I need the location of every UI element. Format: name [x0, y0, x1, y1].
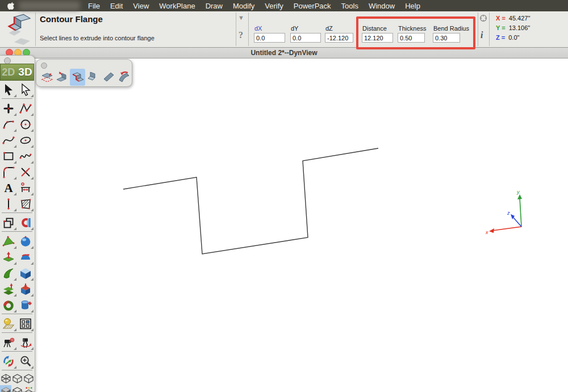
- info-icon[interactable]: i: [481, 30, 483, 40]
- contour-flange-icon: [71, 70, 85, 84]
- dx-label: dX: [254, 25, 262, 32]
- panel-title: Contour Flange: [40, 14, 103, 24]
- drawing-canvas[interactable]: [0, 59, 568, 392]
- wireframe-cube-icon: [23, 373, 34, 384]
- menu-view[interactable]: View: [128, 2, 154, 10]
- sweep-tool[interactable]: [0, 265, 17, 281]
- wireframe-cube-icon: [12, 373, 23, 384]
- z-value: 0.0": [508, 34, 519, 41]
- z-label: Z =: [496, 34, 505, 41]
- menu-modify[interactable]: Modify: [228, 2, 260, 10]
- roll-bend-icon: [117, 70, 131, 84]
- display-mode-wireframe[interactable]: [11, 372, 23, 385]
- display-mode-shaded[interactable]: [0, 385, 11, 392]
- help-icon[interactable]: ?: [239, 30, 243, 40]
- magnet-snap-tool[interactable]: [17, 215, 34, 231]
- divider: [478, 12, 478, 46]
- x-value: 45.427": [509, 15, 531, 22]
- arc-tool[interactable]: [0, 116, 17, 132]
- sheet-metal-palette: [36, 59, 132, 87]
- contour-flange-tool[interactable]: [70, 69, 85, 86]
- display-mode-wireframe-full[interactable]: [0, 372, 11, 385]
- text-tool[interactable]: A: [0, 180, 17, 196]
- flange-tool[interactable]: [55, 69, 70, 86]
- wave-curve-tool[interactable]: [17, 148, 34, 164]
- menubar: File Edit View WorkPlane Draw Modify Ver…: [0, 0, 568, 11]
- render-tool[interactable]: [0, 316, 17, 332]
- zoom-in-tool[interactable]: [17, 353, 34, 369]
- dz-input[interactable]: [325, 33, 353, 43]
- app-name-blurred[interactable]: [19, 1, 80, 10]
- divider: [248, 12, 249, 46]
- walkthrough-tool[interactable]: [17, 335, 34, 351]
- tool-grid: A: [0, 82, 34, 392]
- divider: [236, 12, 236, 46]
- cube-tool[interactable]: [17, 265, 34, 281]
- tool-option-panel: Contour Flange Select lines to extrude i…: [0, 11, 568, 48]
- cylinder-add-tool[interactable]: [17, 297, 34, 313]
- collapse-arrow-icon[interactable]: ▼: [238, 14, 244, 21]
- select-arrow-tool[interactable]: [0, 82, 17, 98]
- 2d-label[interactable]: 2D: [2, 66, 15, 78]
- menu-file[interactable]: File: [83, 2, 105, 10]
- torus-tool[interactable]: [0, 297, 17, 313]
- menu-edit[interactable]: Edit: [105, 2, 128, 10]
- mesh-face-tool[interactable]: [0, 233, 17, 249]
- orbit-rotate-tool[interactable]: [0, 353, 17, 369]
- offset-tool[interactable]: [0, 215, 17, 231]
- extrude-tool[interactable]: [0, 249, 17, 265]
- window-layout-tool[interactable]: [17, 316, 34, 332]
- loft-tool[interactable]: [0, 281, 17, 297]
- menu-window[interactable]: Window: [364, 2, 400, 10]
- document-titlebar[interactable]: Untitled 2*--DynView: [0, 48, 568, 59]
- palette-close-icon[interactable]: [41, 62, 47, 69]
- point-tool[interactable]: [0, 101, 17, 116]
- sheet-tool[interactable]: [101, 69, 116, 86]
- subtract-block-tool[interactable]: [17, 281, 34, 297]
- circle-tool[interactable]: [17, 116, 34, 132]
- thickness-input[interactable]: [398, 33, 425, 43]
- menu-powerpack[interactable]: PowerPack: [289, 2, 336, 10]
- y-label: Y =: [496, 24, 506, 31]
- sphere-tool[interactable]: [17, 233, 34, 249]
- bend-radius-input[interactable]: [433, 33, 460, 43]
- spline-tool[interactable]: [0, 132, 17, 148]
- 2d-3d-toggle[interactable]: 2D 3D: [0, 64, 34, 81]
- distance-input[interactable]: [362, 33, 393, 43]
- dx-input[interactable]: [254, 33, 285, 43]
- trim-tool[interactable]: [17, 164, 34, 180]
- panel-subtitle: Select lines to extrude into contour fla…: [40, 35, 154, 41]
- dimension-tool[interactable]: [17, 180, 34, 196]
- fillet-tool[interactable]: [0, 164, 17, 180]
- display-mode-rendered[interactable]: [23, 385, 34, 392]
- angle-flange-icon: [86, 70, 100, 84]
- svg-text:A: A: [4, 181, 13, 195]
- rendered-cube-icon: [23, 386, 34, 392]
- display-mode-wire[interactable]: [11, 385, 23, 392]
- menu-tools[interactable]: Tools: [336, 2, 364, 10]
- polyline-tool[interactable]: [17, 101, 34, 116]
- rectangle-tool[interactable]: [0, 148, 17, 164]
- open-arrow-tool[interactable]: [17, 82, 34, 98]
- dy-input[interactable]: [290, 33, 321, 43]
- roll-bend-tool[interactable]: [116, 69, 131, 86]
- angle-flange-tool[interactable]: [85, 69, 101, 86]
- dz-label: dZ: [325, 25, 333, 32]
- menu-verify[interactable]: Verify: [260, 2, 289, 10]
- display-mode-hidden-line[interactable]: [23, 372, 34, 385]
- 3d-label[interactable]: 3D: [18, 66, 32, 78]
- divider: [489, 12, 490, 46]
- y-value: 13.106": [509, 24, 531, 31]
- camera-tool[interactable]: [0, 335, 17, 351]
- apple-logo-icon[interactable]: [7, 2, 15, 10]
- menu-workplane[interactable]: WorkPlane: [154, 2, 200, 10]
- app-screen: File Edit View WorkPlane Draw Modify Ver…: [0, 0, 568, 392]
- ellipse-tool[interactable]: [17, 132, 34, 148]
- line-tool[interactable]: [0, 196, 17, 212]
- menu-help[interactable]: Help: [400, 2, 425, 10]
- origin-crosshair-icon[interactable]: [479, 14, 488, 23]
- flatten-tool[interactable]: [39, 69, 55, 86]
- menu-draw[interactable]: Draw: [201, 2, 228, 10]
- hatch-tool[interactable]: [17, 196, 34, 212]
- revolve-tool[interactable]: [17, 249, 34, 265]
